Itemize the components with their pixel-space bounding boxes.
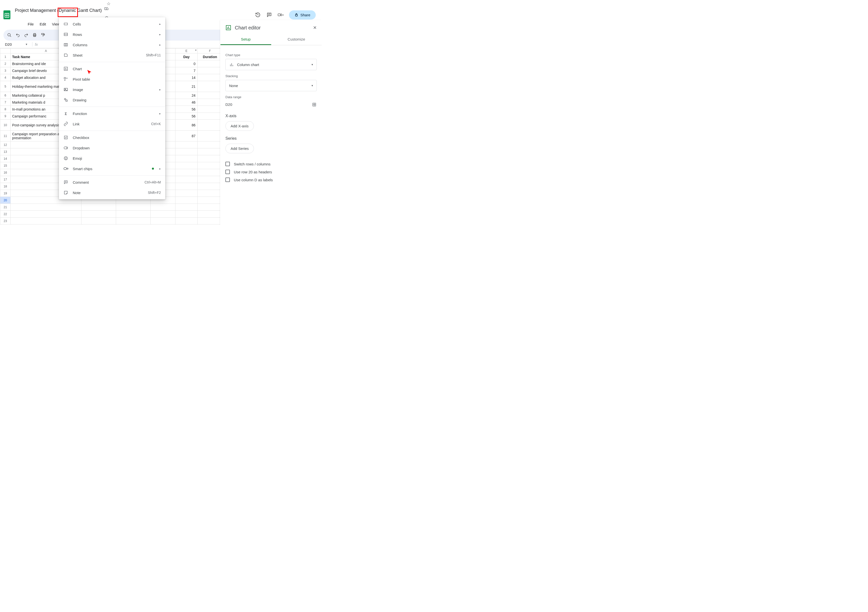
cell-duration[interactable] xyxy=(198,92,222,99)
cell[interactable] xyxy=(116,211,151,218)
insert-pivot-table[interactable]: Pivot table xyxy=(59,74,165,84)
cell-duration[interactable] xyxy=(198,141,222,148)
header-day[interactable]: Day xyxy=(175,53,198,60)
cell-duration[interactable] xyxy=(198,113,222,120)
close-icon[interactable]: ✕ xyxy=(313,25,317,31)
cell-task[interactable] xyxy=(11,211,81,218)
tab-setup[interactable]: Setup xyxy=(220,34,271,45)
print-icon[interactable] xyxy=(32,32,37,38)
row-header[interactable]: 15 xyxy=(0,162,11,169)
use-col-labels-checkbox[interactable]: Use column D as labels xyxy=(225,178,317,182)
cell-duration[interactable] xyxy=(198,183,222,190)
cell-duration[interactable] xyxy=(198,74,222,81)
cell-duration[interactable] xyxy=(198,162,222,169)
share-button[interactable]: Share xyxy=(289,10,316,20)
insert-rows[interactable]: Rows ▸ xyxy=(59,29,165,40)
insert-columns[interactable]: Columns ▸ xyxy=(59,40,165,50)
row-header[interactable]: 13 xyxy=(0,148,11,155)
insert-sheet[interactable]: Sheet Shift+F11 xyxy=(59,50,165,60)
cell[interactable] xyxy=(151,218,175,224)
stacking-select[interactable]: None ▾ xyxy=(225,80,317,91)
row-header[interactable]: 10 xyxy=(0,120,11,131)
sheets-logo[interactable] xyxy=(2,10,12,20)
comments-icon[interactable] xyxy=(266,12,272,18)
cell-day[interactable]: 7 xyxy=(175,67,198,74)
row-header[interactable]: 5 xyxy=(0,81,11,92)
cell-duration[interactable] xyxy=(198,106,222,113)
header-duration[interactable]: Duration xyxy=(198,53,222,60)
cell-day[interactable] xyxy=(175,176,198,183)
document-title[interactable]: Project Management (Dynamic Gantt Chart) xyxy=(15,8,102,13)
insert-comment[interactable]: Comment Ctrl+Alt+M xyxy=(59,177,165,187)
row-header[interactable]: 16 xyxy=(0,169,11,176)
insert-cells[interactable]: Cells ▸ xyxy=(59,19,165,29)
cell-duration[interactable] xyxy=(198,81,222,92)
insert-function[interactable]: Σ Function ▸ xyxy=(59,108,165,119)
col-header-e[interactable]: E xyxy=(175,48,198,53)
cell-duration[interactable] xyxy=(198,99,222,106)
row-header[interactable]: 17 xyxy=(0,176,11,183)
menu-edit[interactable]: Edit xyxy=(37,21,48,27)
cell-duration[interactable] xyxy=(198,218,222,224)
cell-duration[interactable] xyxy=(198,148,222,155)
cell-day[interactable] xyxy=(175,162,198,169)
cell-duration[interactable] xyxy=(198,155,222,162)
row-header[interactable]: 8 xyxy=(0,106,11,113)
insert-link[interactable]: Link Ctrl+K xyxy=(59,119,165,129)
history-icon[interactable] xyxy=(255,12,261,18)
row-header[interactable]: 3 xyxy=(0,67,11,74)
cell-day[interactable] xyxy=(175,197,198,204)
row-header[interactable]: 6 xyxy=(0,92,11,99)
cell[interactable] xyxy=(151,204,175,211)
insert-chart[interactable]: Chart xyxy=(59,63,165,74)
row-header[interactable]: 21 xyxy=(0,204,11,211)
cell-duration[interactable] xyxy=(198,67,222,74)
row-header[interactable]: 1 xyxy=(0,53,11,60)
switch-rows-cols-checkbox[interactable]: Switch rows / columns xyxy=(225,162,317,166)
cell-task[interactable] xyxy=(11,218,81,224)
name-box-dropdown-icon[interactable]: ▾ xyxy=(26,43,27,46)
cell-task[interactable] xyxy=(11,204,81,211)
insert-smart-chips[interactable]: Smart chips ▸ xyxy=(59,164,165,174)
chart-type-select[interactable]: Column chart ▾ xyxy=(225,59,317,70)
cell-day[interactable]: 56 xyxy=(175,106,198,113)
tab-customize[interactable]: Customize xyxy=(271,34,322,45)
cell-day[interactable]: 87 xyxy=(175,131,198,141)
cell-day[interactable] xyxy=(175,148,198,155)
cell-day[interactable] xyxy=(175,183,198,190)
add-xaxis-button[interactable]: Add X-axis xyxy=(225,121,254,131)
cell-day[interactable]: 46 xyxy=(175,99,198,106)
row-header[interactable]: 19 xyxy=(0,190,11,197)
cell-day[interactable] xyxy=(175,169,198,176)
insert-checkbox[interactable]: Checkbox xyxy=(59,132,165,143)
cell-day[interactable]: 56 xyxy=(175,113,198,120)
row-header[interactable]: 7 xyxy=(0,99,11,106)
redo-icon[interactable] xyxy=(23,32,29,38)
row-header[interactable]: 23 xyxy=(0,218,11,224)
cell-day[interactable]: 0 xyxy=(175,60,198,67)
star-icon[interactable]: ☆ xyxy=(107,1,111,6)
row-header[interactable]: 14 xyxy=(0,155,11,162)
cell[interactable] xyxy=(116,218,151,224)
row-header[interactable]: 9 xyxy=(0,113,11,120)
undo-icon[interactable] xyxy=(15,32,21,38)
paint-format-icon[interactable] xyxy=(40,32,46,38)
cell-duration[interactable] xyxy=(198,169,222,176)
cell-duration[interactable] xyxy=(198,190,222,197)
add-series-button[interactable]: Add Series xyxy=(225,144,254,153)
cell-duration[interactable] xyxy=(198,120,222,131)
cell-duration[interactable] xyxy=(198,204,222,211)
meet-icon[interactable]: ▾ xyxy=(277,12,284,18)
insert-drawing[interactable]: Drawing xyxy=(59,95,165,105)
row-header[interactable]: 2 xyxy=(0,60,11,67)
cell[interactable] xyxy=(151,211,175,218)
cell-duration[interactable] xyxy=(198,197,222,204)
cell[interactable] xyxy=(81,218,116,224)
row-header[interactable]: 4 xyxy=(0,74,11,81)
name-box[interactable]: D20 xyxy=(3,42,23,46)
cell[interactable] xyxy=(81,211,116,218)
cell-day[interactable]: 21 xyxy=(175,81,198,92)
cell-duration[interactable] xyxy=(198,176,222,183)
col-header-f[interactable]: F xyxy=(198,48,222,53)
use-row-headers-checkbox[interactable]: Use row 20 as headers xyxy=(225,170,317,174)
